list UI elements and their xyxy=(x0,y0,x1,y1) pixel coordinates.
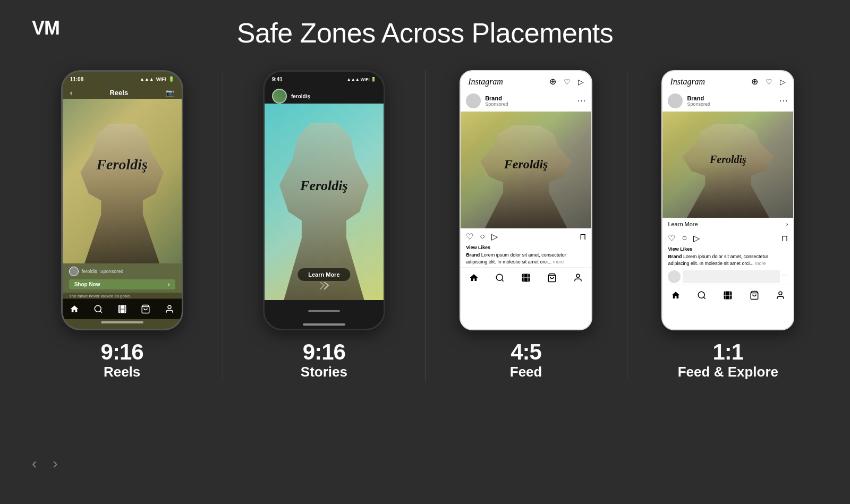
share-icon-explore[interactable]: ▷ xyxy=(693,233,700,243)
reels-content: Feroldiş xyxy=(63,99,182,263)
learn-more-text[interactable]: Learn More xyxy=(668,221,698,227)
stories-content: Feroldiş Learn More xyxy=(265,104,384,300)
ratio-label-reels: 9:16 Reels xyxy=(101,341,143,381)
ratio-name-stories: Stories xyxy=(301,363,347,381)
shop-now-button[interactable]: Shop Now › xyxy=(69,279,175,289)
arrow-icon: › xyxy=(168,281,169,287)
svg-point-11 xyxy=(779,292,782,295)
stories-header-bar: feroldiş xyxy=(265,87,384,104)
post-actions-left-explore: ♡ ○ ▷ xyxy=(668,233,700,243)
placement-stories: 9:41 ▲▲▲ WiFi 🔋 feroldiş Feroldiş Learn … xyxy=(223,70,425,381)
post-image-feed: Feroldiş xyxy=(461,112,591,228)
nav-home-feed[interactable] xyxy=(468,272,480,284)
svg-point-0 xyxy=(95,305,101,312)
share-icon-feed[interactable]: ▷ xyxy=(491,232,498,242)
status-icons-stories: ▲▲▲ WiFi 🔋 xyxy=(347,77,376,82)
ratio-number: 9:16 xyxy=(101,341,143,363)
insta-user-info-explore: Brand Sponsored xyxy=(668,93,710,108)
post-actions-feed: ♡ ○ ▷ ⊓ xyxy=(461,228,591,245)
save-icon-explore[interactable]: ⊓ xyxy=(781,233,788,243)
suggested-more: ··· xyxy=(782,270,788,283)
nav-shop-feed[interactable] xyxy=(546,272,558,284)
ratio-number-explore: 1:1 xyxy=(678,341,778,363)
more-options-feed[interactable]: ··· xyxy=(577,96,586,106)
learn-more-chevron: › xyxy=(786,221,788,227)
next-arrow[interactable]: › xyxy=(53,455,57,472)
reels-username: feroldiş xyxy=(82,269,97,274)
suggested-bar xyxy=(683,270,779,283)
reels-nav-header: ‹ Reels 📷 xyxy=(63,87,182,99)
add-icon-explore[interactable]: ⊕ xyxy=(751,76,758,87)
nav-profile-feed[interactable] xyxy=(572,272,584,284)
caption-text-feed: Lorem ipsum dolor sit amet, consectetur … xyxy=(466,252,566,264)
insta-header-icons-feed: ⊕ ♡ ▷ xyxy=(549,76,584,87)
swipe-icon xyxy=(318,282,330,292)
insta-post-header-feed: Brand Sponsored ··· xyxy=(461,90,591,112)
phone-explore: Instagram ⊕ ♡ ▷ Brand Sponsored ··· xyxy=(661,70,794,330)
artist-name-reels: Feroldiş xyxy=(96,156,147,173)
status-bar-stories: 9:41 ▲▲▲ WiFi 🔋 xyxy=(265,72,384,87)
prev-arrow[interactable]: ‹ xyxy=(32,455,37,472)
nav-profile-explore[interactable] xyxy=(775,289,786,301)
artist-name-stories: Feroldiş xyxy=(300,178,348,194)
nav-search-explore[interactable] xyxy=(696,289,708,301)
brand-username-feed: Brand xyxy=(485,95,508,101)
nav-shop-icon[interactable] xyxy=(140,303,151,315)
caption-brand-explore: Brand xyxy=(668,254,682,259)
logo: VM xyxy=(32,17,60,39)
sponsored-label-feed: Sponsored xyxy=(485,101,508,107)
ratio-number-feed: 4:5 xyxy=(510,341,542,363)
comment-icon-feed[interactable]: ○ xyxy=(480,232,485,242)
stories-username: feroldiş xyxy=(291,93,310,99)
ratio-name: Reels xyxy=(101,363,143,381)
heart-icon[interactable]: ♡ xyxy=(564,78,571,86)
heart-icon-explore[interactable]: ♡ xyxy=(766,78,772,86)
view-likes-feed[interactable]: View Likes xyxy=(461,245,591,252)
insta-post-header-explore: Brand Sponsored ··· xyxy=(662,90,793,112)
nav-search-feed[interactable] xyxy=(494,272,506,284)
phone-feed: Instagram ⊕ ♡ ▷ Brand Sponsored ··· xyxy=(460,70,592,330)
insta-user-info-feed: Brand Sponsored xyxy=(466,93,508,108)
nav-search-icon[interactable] xyxy=(92,303,104,315)
more-text-explore[interactable]: more xyxy=(755,261,766,266)
save-icon-feed[interactable]: ⊓ xyxy=(580,232,586,242)
ratio-label-feed: 4:5 Feed xyxy=(510,341,542,381)
placement-reels: 11:08 ▲▲▲ WiFi 🔋 ‹ Reels 📷 Feroldiş xyxy=(21,70,223,381)
insta-user-text-feed: Brand Sponsored xyxy=(485,95,508,107)
status-icons: ▲▲▲ WiFi 🔋 xyxy=(140,76,174,82)
home-indicator-stories xyxy=(303,323,345,326)
nav-home-explore[interactable] xyxy=(670,289,682,301)
ratio-number-stories: 9:16 xyxy=(301,341,347,363)
add-icon[interactable]: ⊕ xyxy=(549,76,556,87)
reels-label: Reels xyxy=(109,89,128,97)
caption-brand-feed: Brand xyxy=(466,252,480,258)
nav-shop-explore[interactable] xyxy=(749,289,760,301)
caption-text-explore: Lorem ipsum dolor sit amet, consectetur … xyxy=(668,254,768,266)
nav-reels-feed[interactable] xyxy=(520,272,532,284)
suggested-avatar-1 xyxy=(668,270,681,283)
reels-camera-icon: 📷 xyxy=(166,89,174,97)
learn-more-cta[interactable]: Learn More xyxy=(298,268,350,281)
status-time-stories: 9:41 xyxy=(272,76,283,82)
comment-icon-explore[interactable]: ○ xyxy=(682,233,687,243)
nav-reels-icon[interactable] xyxy=(116,303,128,315)
insta-logo-feed: Instagram xyxy=(468,77,503,87)
insta-header-icons-explore: ⊕ ♡ ▷ xyxy=(751,76,786,87)
stories-progress xyxy=(308,310,340,312)
like-icon-explore[interactable]: ♡ xyxy=(668,233,675,243)
nav-reels-explore[interactable] xyxy=(722,289,734,301)
post-image-explore: Feroldiş xyxy=(662,112,793,218)
like-icon-feed[interactable]: ♡ xyxy=(466,232,473,242)
phone-stories: 9:41 ▲▲▲ WiFi 🔋 feroldiş Feroldiş Learn … xyxy=(263,70,385,330)
insta-logo-explore: Instagram xyxy=(670,77,705,87)
more-text-feed[interactable]: more xyxy=(553,259,564,264)
messenger-icon-explore[interactable]: ▷ xyxy=(780,78,786,86)
view-likes-explore[interactable]: View Likes xyxy=(662,246,793,253)
messenger-icon[interactable]: ▷ xyxy=(578,78,584,86)
placements-row: 11:08 ▲▲▲ WiFi 🔋 ‹ Reels 📷 Feroldiş xyxy=(0,59,850,504)
reels-sponsored: Sponsored xyxy=(100,269,124,274)
nav-profile-icon[interactable] xyxy=(164,303,175,315)
more-options-explore[interactable]: ··· xyxy=(779,96,788,106)
reels-bottom-nav xyxy=(63,298,182,319)
nav-home-icon[interactable] xyxy=(69,303,80,315)
